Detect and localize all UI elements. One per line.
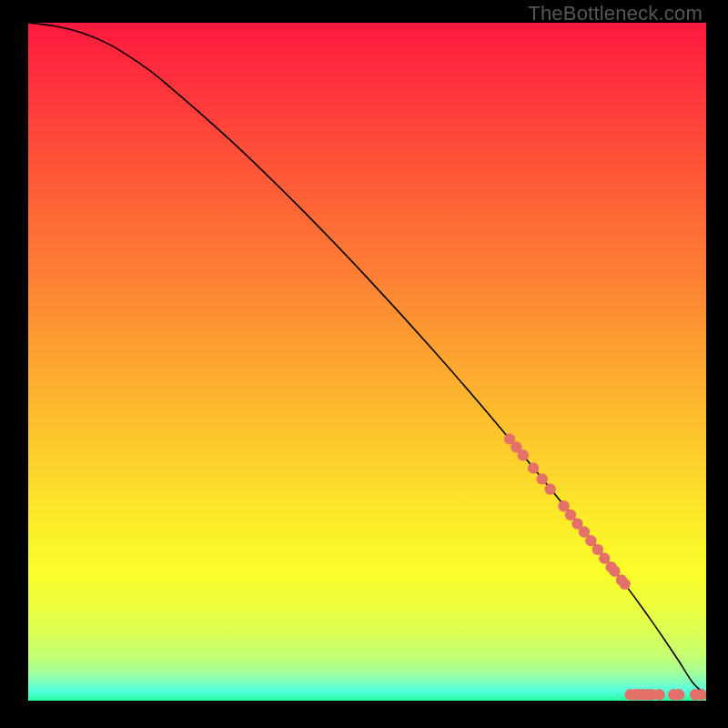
chart-canvas <box>28 23 706 701</box>
data-point <box>518 450 529 460</box>
data-point <box>619 579 630 590</box>
data-point <box>537 473 548 484</box>
background-gradient <box>28 23 706 701</box>
plot-area <box>28 23 706 701</box>
data-point <box>653 689 664 700</box>
chart-frame: TheBottleneck.com <box>0 0 728 728</box>
data-point <box>673 689 684 700</box>
data-point <box>528 462 539 473</box>
data-point <box>544 483 555 494</box>
